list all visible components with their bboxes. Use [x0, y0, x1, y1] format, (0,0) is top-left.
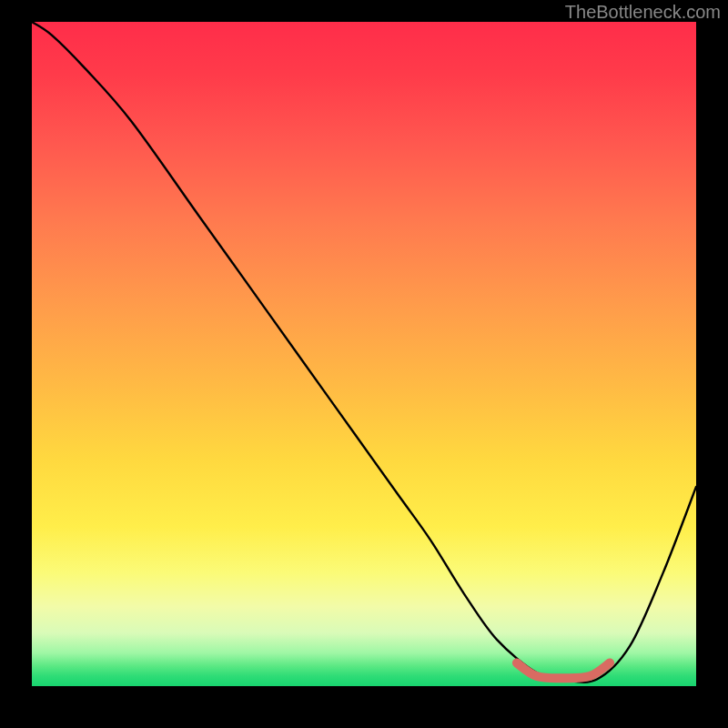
chart-svg	[32, 22, 696, 686]
plot-area	[32, 22, 696, 686]
chart-frame: TheBottleneck.com	[0, 0, 728, 728]
watermark-text: TheBottleneck.com	[565, 2, 721, 23]
bottleneck-curve	[32, 22, 696, 682]
optimal-range-marker	[517, 663, 610, 679]
